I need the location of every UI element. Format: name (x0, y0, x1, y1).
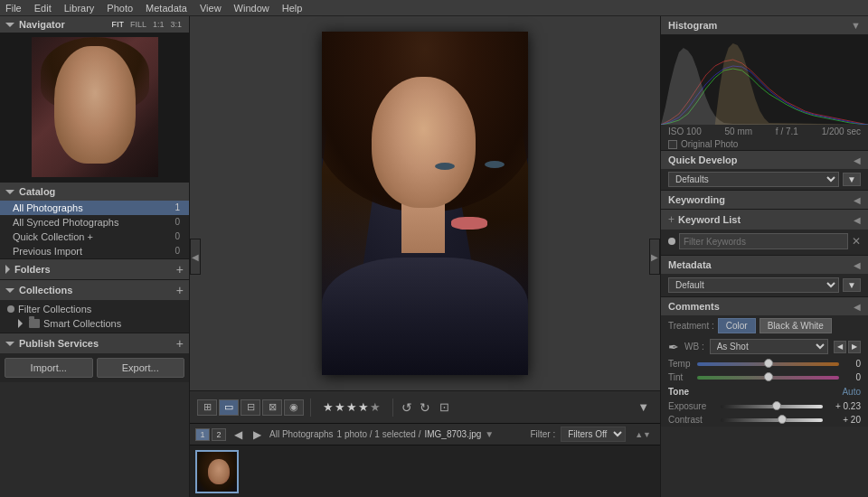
histogram-header[interactable]: Histogram ▼ (661, 16, 868, 34)
catalog-item-prev-import[interactable]: Previous Import 0 (0, 244, 189, 258)
nav-1to1-btn[interactable]: 1:1 (151, 19, 166, 30)
contrast-row: Contrast + 20 (661, 413, 868, 427)
tone-auto-btn[interactable]: Auto (842, 387, 861, 397)
view-grid-btn[interactable]: ⊞ (197, 399, 217, 416)
view-survey-btn[interactable]: ⊠ (262, 399, 282, 416)
exposure-slider-track[interactable] (721, 405, 823, 408)
catalog-header[interactable]: Catalog (0, 183, 189, 201)
tint-slider-track[interactable] (697, 376, 839, 380)
nav-fill-btn[interactable]: FILL (128, 19, 148, 30)
keyword-filter-input[interactable] (679, 233, 848, 249)
original-photo-checkbox[interactable] (668, 140, 677, 149)
metadata-select[interactable]: Default (668, 277, 839, 293)
wb-next-btn[interactable]: ▶ (848, 341, 861, 353)
catalog-item-all-photos[interactable]: All Photographs 1 (0, 201, 189, 215)
view-loupe-btn[interactable]: ▭ (219, 399, 239, 416)
menu-window[interactable]: Window (234, 3, 269, 14)
rotate-ccw-btn[interactable]: ↺ (400, 399, 414, 416)
metadata-header[interactable]: Metadata ◀ (661, 255, 868, 274)
metadata-content: Default ▼ (661, 274, 868, 296)
filmstrip-filename-arrow[interactable]: ▼ (485, 429, 494, 439)
star-1[interactable]: ★ (323, 400, 334, 414)
page-2-btn[interactable]: 2 (212, 428, 226, 441)
histogram-canvas (661, 34, 868, 125)
navigator-thumbnail[interactable] (32, 37, 158, 177)
menu-file[interactable]: File (5, 3, 22, 14)
exposure-slider-thumb[interactable] (772, 401, 781, 410)
folders-section: Folders + (0, 258, 189, 279)
contrast-slider-track[interactable] (721, 418, 823, 422)
bw-treatment-btn[interactable]: Black & White (760, 318, 832, 333)
wb-select[interactable]: As Shot (710, 339, 828, 354)
star-4[interactable]: ★ (358, 400, 369, 414)
tint-slider-thumb[interactable] (764, 372, 773, 381)
metadata-arrow-btn[interactable]: ▼ (843, 278, 861, 292)
menu-metadata[interactable]: Metadata (146, 3, 187, 14)
keyword-list-header[interactable]: + Keyword List ◀ (661, 209, 868, 230)
menu-help[interactable]: Help (282, 3, 303, 14)
comments-header[interactable]: Comments ◀ (661, 296, 868, 315)
wb-prev-btn[interactable]: ◀ (834, 341, 846, 353)
catalog-item-all-photos-label: All Photographs (13, 202, 83, 213)
crop-btn[interactable]: ⊡ (436, 398, 453, 417)
filmstrip-thumb-1[interactable] (195, 450, 239, 493)
filmstrip-next-btn[interactable]: ▶ (250, 427, 264, 442)
collection-item-filter[interactable]: Filter Collections (0, 302, 189, 316)
filmstrip-info: All Photographs 1 photo / 1 selected / I… (269, 429, 524, 439)
import-button[interactable]: Import... (5, 358, 93, 378)
menu-library[interactable]: Library (64, 3, 95, 14)
defaults-select[interactable]: Defaults (668, 172, 839, 187)
defaults-arrow-btn[interactable]: ▼ (843, 173, 861, 186)
left-panel-collapse-btn[interactable]: ◀ (190, 239, 201, 275)
folders-header[interactable]: Folders + (0, 259, 189, 279)
comments-title: Comments (668, 301, 720, 312)
catalog-collapse-icon (5, 190, 14, 194)
collection-item-smart[interactable]: Smart Collections (0, 316, 189, 331)
temp-slider-track[interactable] (697, 362, 839, 366)
quick-develop-header[interactable]: Quick Develop ◀ (661, 150, 868, 169)
menu-view[interactable]: View (200, 3, 222, 14)
star-2[interactable]: ★ (335, 400, 345, 414)
color-treatment-btn[interactable]: Color (718, 318, 756, 333)
collection-filter-label: Filter Collections (18, 304, 91, 314)
navigator-header[interactable]: Navigator FIT FILL 1:1 3:1 (0, 16, 189, 33)
filmstrip-prev-btn[interactable]: ◀ (231, 427, 245, 442)
keywording-header[interactable]: Keywording ◀ (661, 190, 868, 209)
toolbar-sep-1 (310, 399, 311, 417)
wb-label: WB : (684, 342, 704, 352)
temp-slider-thumb[interactable] (764, 359, 773, 368)
wb-arrows: ◀ ▶ (834, 341, 861, 353)
page-1-btn[interactable]: 1 (195, 428, 210, 441)
menu-edit[interactable]: Edit (34, 3, 52, 14)
collections-header[interactable]: Collections + (0, 280, 189, 300)
publish-services-header[interactable]: Publish Services + (0, 333, 189, 353)
wb-eyedropper[interactable]: ✒ (668, 340, 679, 354)
collections-add-btn[interactable]: + (176, 284, 184, 296)
rotate-cw-btn[interactable]: ↻ (418, 399, 432, 416)
catalog-item-quick[interactable]: Quick Collection + 0 (0, 230, 189, 244)
catalog-item-synced[interactable]: All Synced Photographs 0 (0, 215, 189, 230)
histogram-iso: ISO 100 (668, 127, 702, 136)
keyword-filter-clear[interactable]: ✕ (852, 235, 861, 248)
nav-3to1-btn[interactable]: 3:1 (168, 19, 184, 30)
view-face-btn[interactable]: ◉ (284, 399, 304, 416)
catalog-item-quick-count: 0 (175, 231, 180, 242)
collections-items: Filter Collections Smart Collections (0, 300, 189, 333)
export-button[interactable]: Export... (97, 358, 185, 378)
view-compare-btn[interactable]: ⊟ (241, 399, 260, 416)
histogram-aperture: f / 7.1 (776, 127, 798, 136)
filmstrip-photos (190, 445, 660, 497)
histogram-arrow: ▼ (851, 20, 861, 31)
filter-dropdown[interactable]: Filters Off (561, 427, 626, 442)
folders-add-btn[interactable]: + (176, 263, 184, 276)
contrast-slider-thumb[interactable] (778, 415, 787, 424)
right-panel-collapse-btn[interactable]: ▶ (649, 239, 660, 275)
photo-view[interactable] (190, 16, 660, 390)
publish-services-add-btn[interactable]: + (176, 337, 184, 350)
toolbar-dropdown-btn[interactable]: ▼ (634, 398, 653, 417)
star-5[interactable]: ★ (370, 400, 381, 414)
star-3[interactable]: ★ (346, 400, 357, 414)
filmstrip-filter-arrow[interactable]: ▲▼ (631, 427, 655, 442)
menu-photo[interactable]: Photo (107, 3, 133, 14)
nav-fit-btn[interactable]: FIT (109, 19, 126, 30)
